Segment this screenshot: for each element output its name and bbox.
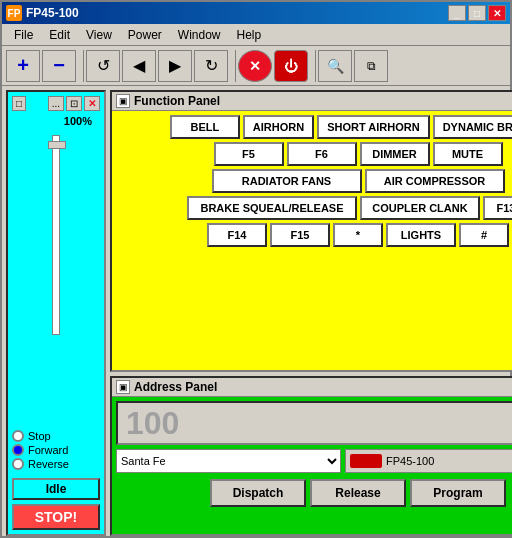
stop-red-icon: ✕ <box>249 58 261 74</box>
f5-button[interactable]: F5 <box>214 142 284 166</box>
mute-button[interactable]: MUTE <box>433 142 503 166</box>
radio-reverse-row: Reverse <box>12 458 100 470</box>
maximize-button[interactable]: □ <box>468 5 486 21</box>
function-panel-icon: ▣ <box>116 94 130 108</box>
toolbar-separator-1 <box>78 50 84 82</box>
direction-radio-group: Stop Forward Reverse <box>12 430 100 472</box>
menu-file[interactable]: File <box>6 26 41 44</box>
menu-window[interactable]: Window <box>170 26 229 44</box>
power-icon: ⏻ <box>284 58 298 74</box>
f13-button[interactable]: F13 <box>483 196 512 220</box>
add-button[interactable]: + <box>6 50 40 82</box>
left-panel-minimize-button[interactable]: ... <box>48 96 64 111</box>
left-button[interactable]: ◀ <box>122 50 156 82</box>
back-button[interactable]: ↺ <box>86 50 120 82</box>
program-button[interactable]: Program <box>410 479 506 507</box>
function-panel: ▣ Function Panel ⊡ ✕ BELL AIRHORN SHORT … <box>110 90 512 372</box>
stop-button[interactable]: STOP! <box>12 504 100 530</box>
lights-button[interactable]: LIGHTS <box>386 223 456 247</box>
app-icon: FP <box>6 5 22 21</box>
power-button[interactable]: ⏻ <box>274 50 308 82</box>
radio-stop-label: Stop <box>28 430 51 442</box>
function-buttons-grid: BELL AIRHORN SHORT AIRHORN DYNAMIC BRAKE… <box>116 115 512 247</box>
f15-button[interactable]: F15 <box>270 223 330 247</box>
address-input[interactable] <box>116 401 512 445</box>
right-button[interactable]: ▶ <box>158 50 192 82</box>
railroad-select[interactable]: Santa Fe <box>116 449 341 473</box>
toolbar-separator-3 <box>310 50 316 82</box>
action-buttons-row: Dispatch Release Program <box>116 479 512 507</box>
search-button[interactable]: 🔍 <box>318 50 352 82</box>
menu-edit[interactable]: Edit <box>41 26 78 44</box>
bell-button[interactable]: BELL <box>170 115 240 139</box>
address-select-row: Santa Fe FP45-100 ▼ <box>116 449 512 473</box>
left-panel: □ ... ⊡ ✕ 100% 50% <box>6 90 106 536</box>
minimize-button[interactable]: _ <box>448 5 466 21</box>
left-panel-header: □ ... ⊡ ✕ <box>12 96 100 111</box>
menu-power[interactable]: Power <box>120 26 170 44</box>
func-row-2: F5 F6 DIMMER MUTE <box>116 142 512 166</box>
stop-red-button[interactable]: ✕ <box>238 50 272 82</box>
release-button[interactable]: Release <box>310 479 406 507</box>
menu-view[interactable]: View <box>78 26 120 44</box>
dynamic-brake-button[interactable]: DYNAMIC BRAKE <box>433 115 512 139</box>
loco-icon <box>350 454 382 468</box>
throttle-track[interactable] <box>52 135 60 335</box>
func-row-5: F14 F15 * LIGHTS # <box>116 223 512 247</box>
window-icon: ⧉ <box>367 59 376 73</box>
radio-forward-label: Forward <box>28 444 68 456</box>
search-icon: 🔍 <box>327 58 344 74</box>
loco-name-label: FP45-100 <box>386 455 434 467</box>
address-panel-icon: ▣ <box>116 380 130 394</box>
func-row-1: BELL AIRHORN SHORT AIRHORN DYNAMIC BRAKE <box>116 115 512 139</box>
menu-help[interactable]: Help <box>229 26 270 44</box>
short-airhorn-button[interactable]: SHORT AIRHORN <box>317 115 429 139</box>
func-row-3: RADIATOR FANS AIR COMPRESSOR <box>116 169 512 193</box>
brake-squeal-release-button[interactable]: BRAKE SQUEAL/RELEASE <box>187 196 357 220</box>
forward-button[interactable]: ↻ <box>194 50 228 82</box>
title-bar-buttons: _ □ ✕ <box>448 5 506 21</box>
toolbar-separator-2 <box>230 50 236 82</box>
radio-stop[interactable] <box>12 430 24 442</box>
throttle-label-100: 100% <box>64 115 92 127</box>
f14-button[interactable]: F14 <box>207 223 267 247</box>
radio-reverse[interactable] <box>12 458 24 470</box>
throttle-thumb[interactable] <box>48 141 66 149</box>
dimmer-button[interactable]: DIMMER <box>360 142 430 166</box>
loco-display: FP45-100 <box>345 449 512 473</box>
radiator-fans-button[interactable]: RADIATOR FANS <box>212 169 362 193</box>
window-button[interactable]: ⧉ <box>354 50 388 82</box>
radio-stop-row: Stop <box>12 430 100 442</box>
left-panel-menu-button[interactable]: □ <box>12 96 26 111</box>
airhorn-button[interactable]: AIRHORN <box>243 115 314 139</box>
main-window: FP FP45-100 _ □ ✕ File Edit View Power W… <box>0 0 512 538</box>
hash-button[interactable]: # <box>459 223 509 247</box>
left-panel-float-button[interactable]: ⊡ <box>66 96 82 111</box>
asterisk-button[interactable]: * <box>333 223 383 247</box>
func-row-4: BRAKE SQUEAL/RELEASE COUPLER CLANK F13 <box>116 196 512 220</box>
left-panel-close-button[interactable]: ✕ <box>84 96 100 111</box>
function-panel-header: ▣ Function Panel ⊡ ✕ <box>112 92 512 111</box>
f6-button[interactable]: F6 <box>287 142 357 166</box>
close-button[interactable]: ✕ <box>488 5 506 21</box>
throttle-slider-area: 100% 50% <box>12 115 100 422</box>
radio-reverse-label: Reverse <box>28 458 69 470</box>
radio-forward-row: Forward <box>12 444 100 456</box>
radio-forward[interactable] <box>12 444 24 456</box>
idle-button[interactable]: Idle <box>12 478 100 500</box>
main-area: □ ... ⊡ ✕ 100% 50% <box>2 86 510 538</box>
menu-bar: File Edit View Power Window Help <box>2 24 510 46</box>
address-panel-header: ▣ Address Panel ⊡ ✕ <box>112 378 512 397</box>
title-bar: FP FP45-100 _ □ ✕ <box>2 2 510 24</box>
address-panel: ▣ Address Panel ⊡ ✕ Set Santa Fe <box>110 376 512 536</box>
function-panel-title: Function Panel <box>134 94 512 108</box>
toolbar: + − ↺ ◀ ▶ ↻ ✕ ⏻ 🔍 ⧉ <box>2 46 510 86</box>
window-title: FP45-100 <box>26 6 448 20</box>
right-area: ▣ Function Panel ⊡ ✕ BELL AIRHORN SHORT … <box>110 90 512 536</box>
address-panel-title: Address Panel <box>134 380 512 394</box>
dispatch-button[interactable]: Dispatch <box>210 479 306 507</box>
address-input-row: Set <box>116 401 512 445</box>
remove-button[interactable]: − <box>42 50 76 82</box>
coupler-clank-button[interactable]: COUPLER CLANK <box>360 196 480 220</box>
air-compressor-button[interactable]: AIR COMPRESSOR <box>365 169 505 193</box>
